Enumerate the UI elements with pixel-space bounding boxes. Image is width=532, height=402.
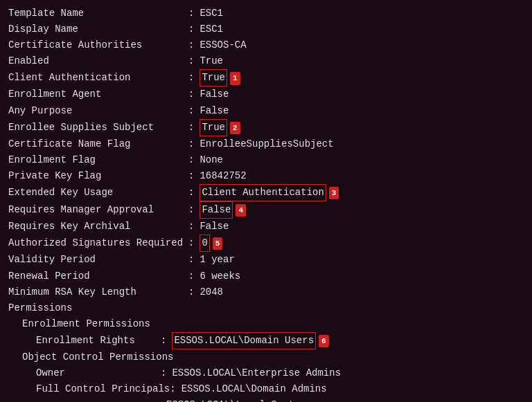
row-label-12: Requires Manager Approval xyxy=(8,202,188,218)
row-value-16: 6 weeks xyxy=(200,268,240,284)
data-row-6: Any Purpose: False xyxy=(8,103,524,119)
data-row-10: Private Key Flag: 16842752 xyxy=(8,168,524,184)
row-value-7: True xyxy=(200,119,227,136)
object-control-row: Object Control Permissions xyxy=(8,349,524,365)
enrollment-rights-badge: 6 xyxy=(319,335,329,347)
row-label-9: Enrollment Flag xyxy=(8,152,188,168)
row-value-4: True xyxy=(200,69,227,86)
permissions-section: Permissions xyxy=(8,300,524,316)
row-label-5: Enrollment Agent xyxy=(8,86,188,102)
enrollment-permissions-row: Enrollment Permissions xyxy=(8,316,524,332)
enrollment-rights-row: Enrollment Rights : ESSOS.LOCAL\Domain U… xyxy=(8,332,524,349)
row-value-6: False xyxy=(200,103,229,119)
row-label-15: Validity Period xyxy=(8,252,188,268)
owner-row: Owner : ESSOS.LOCAL\Enterprise Admins xyxy=(8,365,524,381)
row-value-17: 2048 xyxy=(200,284,223,300)
row-label-16: Renewal Period xyxy=(8,268,188,284)
full-control-row2: ESSOS.LOCAL\Local System xyxy=(8,397,524,402)
row-value-5: False xyxy=(200,86,229,102)
row-badge-4: 1 xyxy=(230,72,240,84)
data-row-12: Requires Manager Approval: False4 xyxy=(8,201,524,219)
data-row-3: Enabled: True xyxy=(8,53,524,69)
data-row-17: Minimum RSA Key Length: 2048 xyxy=(8,284,524,300)
row-badge-12: 4 xyxy=(236,204,246,217)
row-value-11: Client Authentication xyxy=(200,184,326,201)
data-row-16: Renewal Period: 6 weeks xyxy=(8,268,524,284)
data-row-5: Enrollment Agent: False xyxy=(8,86,524,102)
row-value-8: EnrolleeSuppliesSubject xyxy=(200,136,333,152)
row-badge-11: 3 xyxy=(329,187,339,199)
row-value-3: True xyxy=(200,53,223,69)
row-value-14: 0 xyxy=(200,235,209,252)
owner-value: ESSOS.LOCAL\Enterprise Admins xyxy=(172,365,341,381)
row-value-9: None xyxy=(200,152,223,168)
full-control-row: Full Control Principals : ESSOS.LOCAL\Do… xyxy=(8,381,524,397)
permissions-label: Permissions xyxy=(8,300,188,316)
row-value-13: False xyxy=(200,219,229,235)
row-label-4: Client Authentication xyxy=(8,70,188,86)
data-row-9: Enrollment Flag: None xyxy=(8,152,524,168)
data-row-2: Certificate Authorities: ESSOS-CA xyxy=(8,37,524,53)
row-value-12: False xyxy=(200,201,233,219)
data-row-1: Display Name: ESC1 xyxy=(8,21,524,37)
row-badge-7: 2 xyxy=(230,122,240,134)
row-value-2: ESSOS-CA xyxy=(200,37,246,53)
data-row-7: Enrollee Supplies Subject: True2 xyxy=(8,119,524,136)
row-label-6: Any Purpose xyxy=(8,103,188,119)
data-row-8: Certificate Name Flag: EnrolleeSuppliesS… xyxy=(8,136,524,152)
row-label-3: Enabled xyxy=(8,53,188,69)
row-label-2: Certificate Authorities xyxy=(8,37,188,53)
data-row-11: Extended Key Usage: Client Authenticatio… xyxy=(8,184,524,201)
row-label-8: Certificate Name Flag xyxy=(8,136,188,152)
full-control-value1: ESSOS.LOCAL\Domain Admins xyxy=(181,381,327,397)
row-value-10: 16842752 xyxy=(200,168,246,184)
data-row-0: Template Name: ESC1 xyxy=(8,6,524,21)
row-label-10: Private Key Flag xyxy=(8,168,188,184)
row-label-14: Authorized Signatures Required xyxy=(8,235,188,251)
enrollment-rights-value: ESSOS.LOCAL\Domain Users xyxy=(172,332,316,349)
row-label-7: Enrollee Supplies Subject xyxy=(8,120,188,136)
row-label-11: Extended Key Usage xyxy=(8,185,188,201)
row-value-15: 1 year xyxy=(200,252,234,268)
data-row-4: Client Authentication: True1 xyxy=(8,69,524,86)
row-label-0: Template Name xyxy=(8,6,188,21)
full-control-label: Full Control Principals xyxy=(36,381,170,397)
data-row-13: Requires Key Archival: False xyxy=(8,219,524,235)
full-control-value2: ESSOS.LOCAL\Local System xyxy=(166,397,306,402)
terminal-output: Template Name: ESC1Display Name: ESC1Cer… xyxy=(8,6,524,402)
row-label-17: Minimum RSA Key Length xyxy=(8,284,188,300)
data-row-14: Authorized Signatures Required: 05 xyxy=(8,235,524,252)
row-label-13: Requires Key Archival xyxy=(8,219,188,235)
row-value-0: ESC1 xyxy=(200,6,223,21)
row-badge-14: 5 xyxy=(213,237,223,250)
row-value-1: ESC1 xyxy=(200,21,223,37)
row-label-1: Display Name xyxy=(8,21,188,37)
object-control-label: Object Control Permissions xyxy=(22,349,202,365)
data-row-15: Validity Period: 1 year xyxy=(8,252,524,268)
owner-label: Owner xyxy=(36,365,161,381)
enrollment-permissions-label: Enrollment Permissions xyxy=(22,316,202,332)
enrollment-rights-label: Enrollment Rights xyxy=(36,333,161,349)
